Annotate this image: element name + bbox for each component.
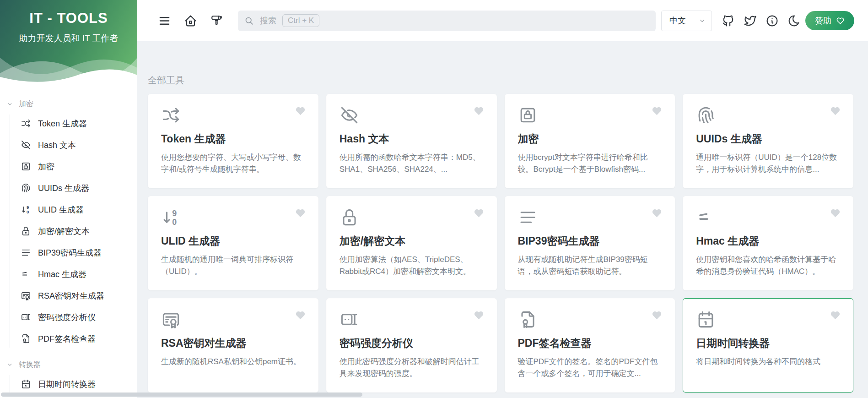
chevron-down-icon bbox=[7, 362, 13, 368]
calendar-icon bbox=[21, 379, 31, 389]
home-button[interactable] bbox=[183, 13, 198, 28]
tool-card-title: Token 生成器 bbox=[161, 132, 305, 146]
tool-card-title: 加密 bbox=[518, 132, 662, 146]
search-input[interactable]: 搜索 Ctrl + K bbox=[238, 11, 656, 31]
content-area: 全部工具 Token 生成器 使用您想要的字符、大写或小写字母、数字和/或符号生… bbox=[137, 41, 868, 398]
language-select-value: 中文 bbox=[669, 15, 686, 26]
chevron-down-icon bbox=[699, 17, 706, 24]
dark-mode-button[interactable] bbox=[786, 13, 802, 28]
sidebar-item-label: Hash 文本 bbox=[38, 140, 76, 151]
sidebar-item[interactable]: Hash 文本 bbox=[0, 134, 137, 156]
tool-card-title: RSA密钥对生成器 bbox=[161, 336, 305, 350]
sidebar-item[interactable]: UUIDs 生成器 bbox=[0, 177, 137, 199]
sidebar-item-label: ULID 生成器 bbox=[38, 204, 84, 215]
tool-card[interactable]: BIP39密码生成器 从现有或随机助记符生成BIP39密码短语，或从密码短语获取… bbox=[505, 196, 675, 290]
sponsor-label: 赞助 bbox=[815, 15, 831, 26]
password-icon bbox=[21, 312, 31, 322]
tool-card-description: 使用此密码强度分析器和破解时间估计工具来发现密码的强度。 bbox=[340, 356, 484, 380]
github-icon bbox=[722, 14, 735, 27]
tool-card-description: 使用密钥和您喜欢的哈希函数计算基于哈希的消息身份验证代码（HMAC）。 bbox=[696, 254, 840, 278]
tool-card[interactable]: PDF签名检查器 验证PDF文件的签名。签名的PDF文件包含一个或多个签名，可用… bbox=[505, 298, 675, 393]
twitter-icon bbox=[744, 14, 757, 27]
sidebar-section-header[interactable]: 转换器 bbox=[0, 356, 137, 373]
favorite-heart-icon[interactable] bbox=[295, 310, 306, 321]
sponsor-button[interactable]: 赞助 bbox=[805, 11, 854, 30]
favorite-heart-icon[interactable] bbox=[295, 208, 306, 218]
sidebar-item[interactable]: PDF签名检查器 bbox=[0, 328, 137, 349]
sidebar-item[interactable]: Token 生成器 bbox=[0, 113, 137, 134]
favorite-heart-icon[interactable] bbox=[295, 106, 306, 116]
sidebar-item[interactable]: 日期时间转换器 bbox=[0, 373, 137, 395]
tool-card-description: 生成新的随机RSA私钥和公钥pem证书。 bbox=[161, 356, 305, 368]
sidebar: IT - TOOLS 助力开发人员和 IT 工作者 加密 Token 生成器 H… bbox=[0, 0, 137, 398]
about-button[interactable] bbox=[764, 13, 780, 28]
eye-off-icon bbox=[21, 140, 31, 150]
favorite-heart-icon[interactable] bbox=[652, 310, 662, 321]
sidebar-item[interactable]: 90 ULID 生成器 bbox=[0, 199, 137, 220]
sidebar-item[interactable]: RSA密钥对生成器 bbox=[0, 285, 137, 306]
password-icon bbox=[340, 310, 359, 329]
tools-grid: Token 生成器 使用您想要的字符、大写或小写字母、数字和/或符号生成随机字符… bbox=[148, 94, 853, 393]
sidebar-section-items: Token 生成器 Hash 文本 加密 UUIDs 生成器 90 ULID 生… bbox=[0, 113, 137, 349]
tool-card[interactable]: RSA密钥对生成器 生成新的随机RSA私钥和公钥pem证书。 bbox=[148, 298, 318, 393]
tool-card[interactable]: Hmac 生成器 使用密钥和您喜欢的哈希函数计算基于哈希的消息身份验证代码（HM… bbox=[683, 196, 853, 290]
twitter-button[interactable] bbox=[742, 13, 758, 28]
favorite-heart-icon[interactable] bbox=[830, 106, 841, 116]
menu-toggle-button[interactable] bbox=[156, 13, 172, 28]
sidebar-item-label: 密码强度分析仪 bbox=[38, 312, 96, 323]
github-button[interactable] bbox=[720, 13, 736, 28]
horizontal-scrollbar[interactable] bbox=[1, 393, 362, 397]
language-select[interactable]: 中文 bbox=[661, 11, 712, 31]
sort-descending-numbers-icon: 90 bbox=[21, 204, 31, 215]
heart-icon bbox=[836, 16, 845, 25]
home-icon bbox=[184, 14, 197, 27]
app-subtitle: 助力开发人员和 IT 工作者 bbox=[0, 33, 137, 44]
tool-card[interactable]: 加密 使用bcrypt对文本字符串进行哈希和比较。Bcrypt是一个基于Blow… bbox=[505, 94, 675, 188]
favorite-heart-icon[interactable] bbox=[474, 106, 484, 116]
sidebar-item-label: 日期时间转换器 bbox=[38, 379, 96, 390]
sidebar-item[interactable]: BIP39密码生成器 bbox=[0, 242, 137, 263]
info-icon bbox=[766, 14, 779, 27]
page-title: 全部工具 bbox=[148, 74, 853, 87]
favorite-heart-icon[interactable] bbox=[830, 310, 841, 321]
tool-card[interactable]: 加密/解密文本 使用加密算法（如AES、TripleDES、Rabbit或RC4… bbox=[326, 196, 497, 290]
tool-card-description: 生成随机的通用唯一词典可排序标识符（ULID）。 bbox=[161, 254, 305, 278]
sidebar-section-header[interactable]: 加密 bbox=[0, 95, 137, 113]
certificate-icon bbox=[161, 310, 181, 329]
tool-card[interactable]: UUIDs 生成器 通用唯一标识符（UUID）是一个128位数字，用于标识计算机… bbox=[683, 94, 853, 188]
tool-card[interactable]: Hash 文本 使用所需的函数哈希文本字符串：MD5、SHA1、SHA256、S… bbox=[326, 94, 497, 188]
tool-card-description: 通用唯一标识符（UUID）是一个128位数字，用于标识计算机系统中的信息... bbox=[696, 152, 840, 176]
certificate-icon bbox=[21, 290, 31, 301]
tool-card[interactable]: Token 生成器 使用您想要的字符、大写或小写字母、数字和/或符号生成随机字符… bbox=[148, 94, 318, 188]
menu-icon bbox=[158, 14, 171, 27]
favorite-heart-icon[interactable] bbox=[474, 208, 484, 218]
tool-card[interactable]: 90 ULID 生成器 生成随机的通用唯一词典可排序标识符（ULID）。 bbox=[148, 196, 318, 290]
favorite-heart-icon[interactable] bbox=[652, 208, 662, 218]
favorite-heart-icon[interactable] bbox=[830, 208, 841, 218]
tool-card-title: 密码强度分析仪 bbox=[340, 336, 484, 350]
tool-card-description: 使用bcrypt对文本字符串进行哈希和比较。Bcrypt是一个基于Blowfis… bbox=[518, 152, 662, 176]
tool-card[interactable]: 日期时间转换器 将日期和时间转换为各种不同的格式 bbox=[683, 298, 853, 393]
sidebar-item-label: BIP39密码生成器 bbox=[38, 247, 102, 258]
favorite-heart-icon[interactable] bbox=[652, 106, 662, 116]
favorite-heart-icon[interactable] bbox=[474, 310, 484, 321]
calendar-icon bbox=[696, 310, 716, 329]
eye-off-icon bbox=[340, 105, 359, 125]
lock-icon bbox=[340, 207, 359, 227]
tool-card-description: 使用所需的函数哈希文本字符串：MD5、SHA1、SHA256、SHA224、..… bbox=[340, 152, 484, 176]
sidebar-section-label: 转换器 bbox=[19, 360, 41, 370]
sidebar-item-label: Hmac 生成器 bbox=[38, 269, 86, 280]
sidebar-item[interactable]: 加密 bbox=[0, 156, 137, 177]
paint-brush-icon bbox=[210, 14, 223, 27]
sidebar-item[interactable]: 密码强度分析仪 bbox=[0, 306, 137, 328]
theme-button[interactable] bbox=[209, 13, 224, 28]
topbar: 搜索 Ctrl + K 中文 赞助 bbox=[137, 0, 868, 41]
file-certificate-icon bbox=[21, 333, 31, 344]
tool-card-title: 加密/解密文本 bbox=[340, 234, 484, 248]
tool-card[interactable]: 密码强度分析仪 使用此密码强度分析器和破解时间估计工具来发现密码的强度。 bbox=[326, 298, 497, 393]
fingerprint-icon bbox=[21, 183, 31, 193]
app-title: IT - TOOLS bbox=[0, 0, 137, 27]
sidebar-item[interactable]: 加密/解密文本 bbox=[0, 220, 137, 242]
search-icon bbox=[244, 16, 254, 26]
sidebar-item[interactable]: Hmac 生成器 bbox=[0, 263, 137, 285]
